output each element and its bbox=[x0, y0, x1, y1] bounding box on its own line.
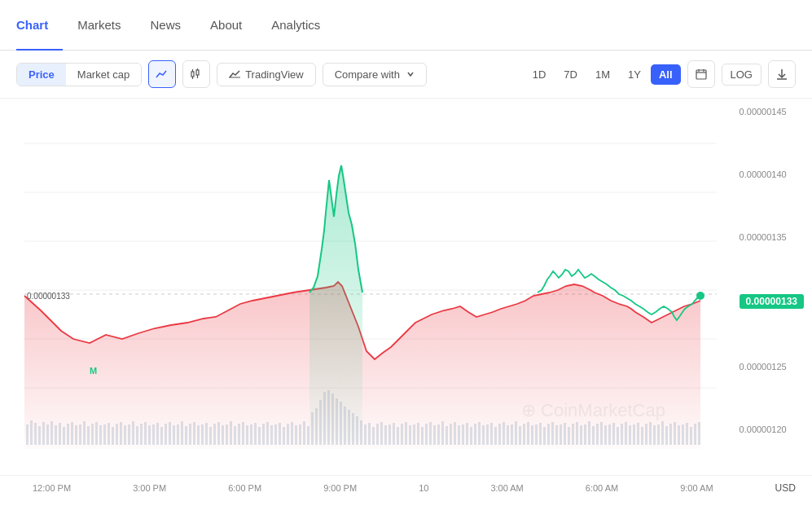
svg-rect-108 bbox=[380, 422, 383, 445]
svg-rect-85 bbox=[287, 424, 289, 445]
svg-rect-42 bbox=[112, 427, 114, 445]
trading-view-button[interactable]: TradingView bbox=[217, 63, 316, 86]
x-label-8: 9:00 AM bbox=[680, 483, 713, 493]
svg-rect-113 bbox=[401, 424, 403, 445]
svg-rect-105 bbox=[368, 423, 371, 445]
time-1y[interactable]: 1Y bbox=[620, 64, 649, 85]
log-button[interactable]: LOG bbox=[722, 64, 762, 86]
svg-rect-77 bbox=[254, 423, 257, 445]
svg-rect-127 bbox=[458, 425, 460, 445]
svg-rect-49 bbox=[140, 424, 143, 445]
svg-rect-52 bbox=[152, 424, 155, 445]
svg-rect-151 bbox=[555, 425, 558, 445]
svg-rect-135 bbox=[490, 423, 493, 445]
svg-rect-73 bbox=[238, 424, 240, 445]
svg-rect-67 bbox=[213, 424, 216, 445]
svg-rect-83 bbox=[279, 423, 281, 445]
svg-rect-74 bbox=[242, 422, 244, 445]
nav-label-about: About bbox=[210, 18, 242, 32]
candle-chart-button[interactable] bbox=[182, 60, 210, 88]
calendar-button[interactable] bbox=[687, 60, 715, 88]
time-7d[interactable]: 7D bbox=[555, 64, 586, 85]
time-period-group: 1D 7D 1M 1Y All bbox=[525, 64, 681, 85]
svg-rect-176 bbox=[657, 424, 660, 445]
svg-rect-131 bbox=[474, 424, 476, 445]
svg-rect-64 bbox=[201, 424, 204, 445]
svg-rect-63 bbox=[197, 425, 200, 445]
svg-rect-165 bbox=[612, 423, 615, 445]
svg-rect-66 bbox=[209, 427, 212, 445]
svg-rect-39 bbox=[99, 425, 102, 445]
svg-rect-48 bbox=[136, 426, 138, 445]
time-1d[interactable]: 1D bbox=[525, 64, 555, 85]
chart-start-price: 0.00000133 bbox=[27, 292, 70, 301]
svg-rect-146 bbox=[535, 424, 538, 445]
download-button[interactable] bbox=[768, 60, 796, 88]
svg-rect-34 bbox=[79, 424, 81, 445]
svg-rect-178 bbox=[665, 426, 668, 445]
svg-rect-133 bbox=[482, 425, 485, 445]
svg-rect-47 bbox=[132, 421, 134, 445]
nav-item-markets[interactable]: Markets bbox=[63, 0, 135, 51]
svg-rect-186 bbox=[698, 422, 700, 445]
svg-rect-124 bbox=[446, 426, 448, 445]
svg-rect-166 bbox=[617, 427, 619, 445]
svg-rect-31 bbox=[67, 424, 69, 445]
nav-label-news: News bbox=[151, 18, 182, 32]
svg-rect-40 bbox=[103, 424, 106, 445]
svg-rect-177 bbox=[661, 421, 664, 445]
svg-rect-84 bbox=[283, 427, 285, 445]
svg-rect-139 bbox=[507, 425, 509, 445]
nav-item-analytics[interactable]: Analytics bbox=[257, 0, 335, 51]
svg-rect-161 bbox=[596, 424, 599, 445]
svg-rect-185 bbox=[694, 424, 696, 445]
svg-rect-111 bbox=[393, 423, 395, 445]
compare-with-button[interactable]: Compare with bbox=[323, 63, 427, 86]
svg-rect-33 bbox=[75, 425, 77, 445]
svg-rect-114 bbox=[405, 422, 407, 445]
svg-rect-92 bbox=[315, 408, 318, 445]
svg-rect-79 bbox=[262, 424, 265, 445]
svg-rect-179 bbox=[669, 424, 672, 445]
svg-rect-137 bbox=[498, 424, 501, 445]
market-cap-button[interactable]: Market cap bbox=[66, 64, 141, 86]
x-label-7: 6:00 AM bbox=[586, 483, 618, 493]
time-all[interactable]: All bbox=[651, 64, 681, 85]
svg-rect-36 bbox=[87, 426, 90, 445]
svg-rect-181 bbox=[678, 425, 680, 445]
line-chart-button[interactable] bbox=[148, 60, 176, 88]
svg-rect-71 bbox=[230, 421, 232, 445]
svg-rect-69 bbox=[222, 425, 224, 445]
nav-item-chart[interactable]: Chart bbox=[16, 0, 63, 51]
svg-rect-94 bbox=[323, 392, 326, 445]
svg-rect-115 bbox=[409, 425, 411, 445]
svg-rect-43 bbox=[116, 424, 118, 445]
svg-rect-50 bbox=[144, 422, 147, 445]
nav-item-news[interactable]: News bbox=[136, 0, 196, 51]
svg-rect-153 bbox=[564, 423, 566, 445]
chart-container: M 0.00000133 ⊕ CoinMarketCap 0.00000145 … bbox=[0, 99, 812, 475]
svg-rect-25 bbox=[42, 422, 45, 445]
svg-rect-65 bbox=[205, 423, 208, 445]
svg-rect-125 bbox=[450, 424, 452, 445]
svg-rect-184 bbox=[690, 427, 692, 445]
svg-rect-182 bbox=[682, 424, 684, 445]
svg-rect-106 bbox=[372, 427, 375, 445]
compare-label: Compare with bbox=[335, 68, 400, 81]
svg-rect-110 bbox=[388, 424, 391, 445]
svg-rect-99 bbox=[344, 407, 346, 445]
svg-rect-148 bbox=[543, 427, 546, 445]
svg-rect-154 bbox=[568, 427, 570, 445]
current-price-dot bbox=[696, 292, 704, 300]
svg-rect-97 bbox=[336, 398, 338, 445]
price-button[interactable]: Price bbox=[17, 64, 66, 86]
trading-view-label: TradingView bbox=[245, 68, 304, 81]
nav-item-about[interactable]: About bbox=[195, 0, 257, 51]
svg-rect-128 bbox=[462, 424, 464, 445]
svg-rect-119 bbox=[425, 424, 428, 445]
x-label-4: 9:00 PM bbox=[323, 483, 357, 493]
svg-rect-112 bbox=[397, 427, 399, 445]
time-1m[interactable]: 1M bbox=[587, 64, 618, 85]
svg-rect-163 bbox=[604, 425, 607, 445]
svg-rect-129 bbox=[466, 423, 468, 445]
